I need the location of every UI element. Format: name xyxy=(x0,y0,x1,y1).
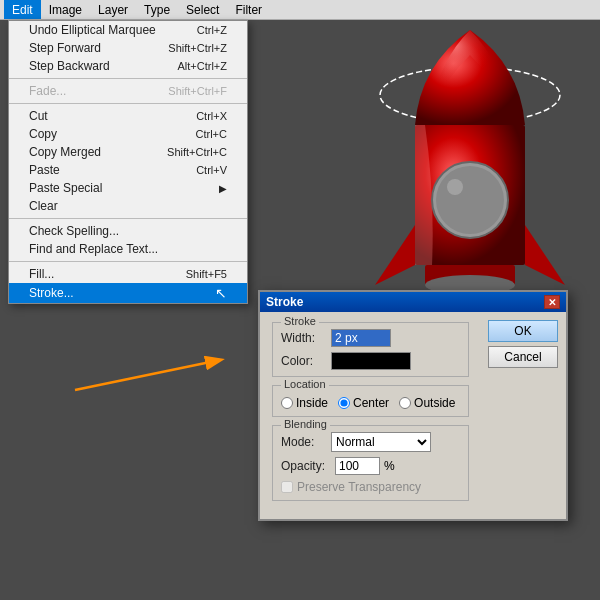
menu-item-undo[interactable]: Undo Elliptical Marquee Ctrl+Z xyxy=(9,21,247,39)
center-radio[interactable] xyxy=(338,397,350,409)
preserve-transparency-checkbox xyxy=(281,481,293,493)
menu-item-copy[interactable]: Copy Ctrl+C xyxy=(9,125,247,143)
opacity-input[interactable] xyxy=(335,457,380,475)
color-swatch[interactable] xyxy=(331,352,411,370)
blending-section-label: Blending xyxy=(281,418,330,430)
blending-section: Blending Mode: Normal Opacity: % Preserv… xyxy=(272,425,469,501)
inside-radio[interactable] xyxy=(281,397,293,409)
opacity-label: Opacity: xyxy=(281,459,331,473)
dialog-title: Stroke xyxy=(266,295,303,309)
preserve-transparency-row: Preserve Transparency xyxy=(281,480,460,494)
dialog-titlebar: Stroke ✕ xyxy=(260,292,566,312)
outside-radio-label[interactable]: Outside xyxy=(399,396,455,410)
center-label: Center xyxy=(353,396,389,410)
menubar-image[interactable]: Image xyxy=(41,0,90,19)
menu-item-step-backward[interactable]: Step Backward Alt+Ctrl+Z xyxy=(9,57,247,75)
menu-item-paste[interactable]: Paste Ctrl+V xyxy=(9,161,247,179)
stroke-dialog: Stroke ✕ OK Cancel Stroke Width: Color: xyxy=(258,290,568,521)
menubar: Edit Image Layer Type Select Filter xyxy=(0,0,600,20)
cancel-button[interactable]: Cancel xyxy=(488,346,558,368)
mode-row: Mode: Normal xyxy=(281,432,460,452)
svg-point-4 xyxy=(447,179,463,195)
menu-item-step-forward[interactable]: Step Forward Shift+Ctrl+Z xyxy=(9,39,247,57)
menubar-type[interactable]: Type xyxy=(136,0,178,19)
location-section: Location Inside Center Outside xyxy=(272,385,469,417)
mode-label: Mode: xyxy=(281,435,331,449)
menubar-select[interactable]: Select xyxy=(178,0,227,19)
mode-select[interactable]: Normal xyxy=(331,432,431,452)
width-row: Width: xyxy=(281,329,460,347)
cursor-icon: ↖ xyxy=(215,285,227,301)
menubar-edit[interactable]: Edit xyxy=(4,0,41,19)
opacity-unit: % xyxy=(384,459,395,473)
edit-dropdown-menu: Undo Elliptical Marquee Ctrl+Z Step Forw… xyxy=(8,20,248,304)
inside-label: Inside xyxy=(296,396,328,410)
preserve-transparency-label: Preserve Transparency xyxy=(297,480,421,494)
opacity-row: Opacity: % xyxy=(281,457,460,475)
menu-item-fill[interactable]: Fill... Shift+F5 xyxy=(9,265,247,283)
color-label: Color: xyxy=(281,354,331,368)
menu-item-clear[interactable]: Clear xyxy=(9,197,247,215)
location-radio-group: Inside Center Outside xyxy=(281,396,460,410)
menubar-filter[interactable]: Filter xyxy=(227,0,270,19)
menu-item-check-spelling[interactable]: Check Spelling... xyxy=(9,222,247,240)
menu-item-cut[interactable]: Cut Ctrl+X xyxy=(9,107,247,125)
stroke-section-label: Stroke xyxy=(281,315,319,327)
location-section-label: Location xyxy=(281,378,329,390)
menubar-layer[interactable]: Layer xyxy=(90,0,136,19)
outside-radio[interactable] xyxy=(399,397,411,409)
menu-item-stroke[interactable]: Stroke... ↖ xyxy=(9,283,247,303)
rocket-image xyxy=(360,25,580,325)
svg-point-3 xyxy=(436,166,504,234)
menu-item-paste-special[interactable]: Paste Special xyxy=(9,179,247,197)
stroke-section: Stroke Width: Color: xyxy=(272,322,469,377)
menu-item-copy-merged[interactable]: Copy Merged Shift+Ctrl+C xyxy=(9,143,247,161)
center-radio-label[interactable]: Center xyxy=(338,396,389,410)
inside-radio-label[interactable]: Inside xyxy=(281,396,328,410)
dialog-close-button[interactable]: ✕ xyxy=(544,295,560,309)
ok-button[interactable]: OK xyxy=(488,320,558,342)
width-label: Width: xyxy=(281,331,331,345)
color-row: Color: xyxy=(281,352,460,370)
width-input[interactable] xyxy=(331,329,391,347)
outside-label: Outside xyxy=(414,396,455,410)
menu-item-find-replace[interactable]: Find and Replace Text... xyxy=(9,240,247,258)
menu-item-fade: Fade... Shift+Ctrl+F xyxy=(9,82,247,100)
